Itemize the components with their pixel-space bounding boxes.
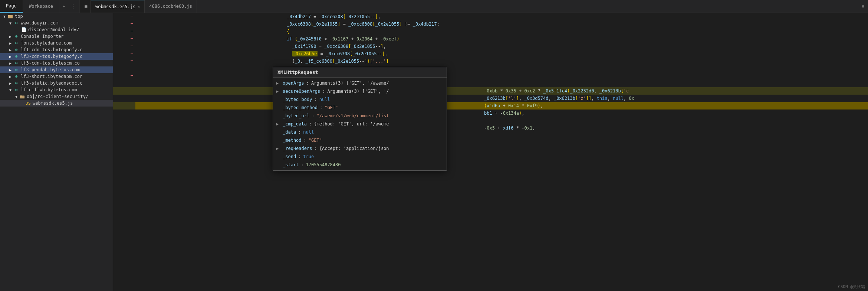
prop-value: null <box>319 96 444 103</box>
chevron-down-icon: ▼ <box>7 21 13 25</box>
tab-workspace[interactable]: Workspace <box>23 0 59 13</box>
sidebar-item-lf3-short[interactable]: ▶ ⊙ lf3-short.ibytedapm.cor <box>0 73 113 80</box>
line-sign <box>128 102 135 109</box>
tab-more-button[interactable]: » <box>59 0 68 13</box>
sidebar-item-console-importer-label: Console Importer <box>21 34 64 39</box>
panel-collapse-icon[interactable]: ⊟ <box>80 0 91 13</box>
prop-key: _byted_method <box>283 104 318 111</box>
sidebar-item-www-douyin-label: www.douyin.com <box>21 20 58 26</box>
sidebar-item-obj-rc-label: obj/rc-client-security/ <box>27 94 88 99</box>
prop-value: "/aweme/v1/web/comment/list <box>316 112 444 119</box>
chevron-right-icon: ▶ <box>7 68 13 72</box>
sidebar-item-lf3-static-label: lf3-static.bytednsdoc.c <box>21 81 82 86</box>
line-content: -0x5 + xdf6 * -0x1, <box>135 124 868 132</box>
globe-icon: ⊙ <box>13 34 19 39</box>
line-number <box>113 95 128 102</box>
sidebar-item-fonts-bytedance[interactable]: ▶ ⊙ fonts.bytedance.com <box>0 40 113 46</box>
tooltip-overlay: XMLHttpRequest ▶ openArgs : Arguments(3)… <box>273 67 447 171</box>
chevron-right-icon: ▶ <box>7 75 13 79</box>
sidebar-item-lf3-short-label: lf3-short.ibytedapm.cor <box>21 74 82 79</box>
prop-value: "GET" <box>309 137 444 144</box>
sidebar-item-www-douyin[interactable]: ▼ ⊙ www.douyin.com <box>0 20 113 26</box>
line-sign: − <box>128 72 135 80</box>
globe-icon: ⊙ <box>13 87 19 92</box>
tooltip-prop-secureopenargs[interactable]: ▶ secureOpenArgs : Arguments(3) ['GET', … <box>273 87 447 95</box>
prop-key: _byted_url <box>283 112 309 119</box>
tooltip-prop-cmp-data[interactable]: ▶ _cmp_data : {method: 'GET', url: '/awe… <box>273 120 447 128</box>
globe-icon: ⊙ <box>13 20 19 26</box>
sidebar-item-lf3-cdn-tos[interactable]: ▶ ⊙ lf3-cdn-tos.bytegoofy.c <box>0 53 113 60</box>
line-content: { <box>135 28 868 35</box>
sidebar-item-lf1-cdn-tos[interactable]: ▶ ⊙ lf1-cdn-tos.bytegoofy.c <box>0 46 113 53</box>
close-icon[interactable]: ✕ <box>138 5 140 9</box>
file-tab-webmssdk[interactable]: webmssdk.es5.js ✕ <box>91 0 145 13</box>
expand-icon[interactable]: ▶ <box>276 121 281 127</box>
tab-kebab-button[interactable]: ⋮ <box>68 0 78 13</box>
sidebar-item-obj-rc[interactable]: ▼ obj/rc-client-security/ <box>0 93 113 100</box>
tooltip-body[interactable]: ▶ openArgs : Arguments(3) ['GET', '/awem… <box>273 78 447 170</box>
tab-page[interactable]: Page <box>0 0 23 13</box>
prop-key: openArgs <box>283 80 304 86</box>
line-sign <box>128 95 135 102</box>
code-line <box>113 65 868 72</box>
line-sign: − <box>128 58 135 65</box>
panel-toggle-button[interactable]: ⊟ <box>858 4 868 9</box>
code-line: − _0x1f1790 = _0xcc6308[_0x2e1055--], <box>113 43 868 50</box>
folder-open-icon <box>7 14 13 19</box>
globe-icon: ⊙ <box>13 67 19 72</box>
file-tab-4886[interactable]: 4886.ccdb4e00.js <box>145 0 197 13</box>
tooltip-title: XMLHttpRequest <box>273 67 447 78</box>
sidebar-item-discover[interactable]: ▶ 📄 discover?modal_id=7 <box>0 26 113 33</box>
line-sign: − <box>128 50 135 58</box>
prop-colon: : <box>314 145 317 152</box>
expand-icon[interactable]: ▶ <box>276 145 281 152</box>
line-sign: − <box>128 13 135 20</box>
code-line: − (_0. _f5_cc6300[_0x2e1055--])['...'] <box>113 58 868 65</box>
tab-page-label: Page <box>6 3 17 9</box>
code-line: − els <box>113 72 868 80</box>
sidebar-item-lf3-cdn-tos-cm[interactable]: ▶ ⊙ lf3-cdn-tos.bytescm.co <box>0 60 113 66</box>
line-sign: − <box>128 20 135 28</box>
tooltip-prop-data: ▶ _data : null <box>273 128 447 136</box>
prop-colon: : <box>304 137 306 144</box>
line-sign <box>128 80 135 87</box>
prop-value: {method: 'GET', url: '/aweme <box>314 121 444 127</box>
tooltip-prop-openargs[interactable]: ▶ openArgs : Arguments(3) ['GET', '/awem… <box>273 79 447 87</box>
sidebar-item-top[interactable]: ▼ top <box>0 13 113 20</box>
tooltip-prop-reqheaders[interactable]: ▶ _reqHeaders : {Accept: 'application/js… <box>273 144 447 153</box>
editor-area: − _0x4db217 = _0xcc6308[_0x2e1055--], − … <box>113 13 868 291</box>
prop-key: _send <box>283 153 296 160</box>
line-sign <box>128 109 135 117</box>
tooltip-prop-byted-method: ▶ _byted_method : "GET" <box>273 104 447 112</box>
code-line: − { <box>113 28 868 35</box>
code-line: − _0xcc6308[_0x2e1055] = _0xcc6308[_0x2e… <box>113 20 868 28</box>
sidebar-item-lf3-static[interactable]: ▶ ⊙ lf3-static.bytednsdoc.c <box>0 80 113 86</box>
prop-value: {Accept: 'application/json <box>319 145 444 152</box>
line-number <box>113 65 128 72</box>
tooltip-prop-start: ▶ _start : 1705554878480 <box>273 161 447 169</box>
line-number <box>113 109 128 117</box>
prop-value: null <box>303 129 444 135</box>
chevron-down-icon: ▼ <box>13 95 19 99</box>
line-content <box>135 65 868 72</box>
sidebar-item-console-importer[interactable]: ▶ ⊙ Console Importer <box>0 33 113 40</box>
sidebar-item-lf3-pendah[interactable]: ▶ ⊙ lf3-pendah.bytetos.com <box>0 66 113 73</box>
chevron-down-icon: ▼ <box>7 88 13 92</box>
line-sign: − <box>128 35 135 43</box>
expand-icon[interactable]: ▶ <box>276 80 281 86</box>
expand-icon[interactable]: ▶ <box>276 88 281 95</box>
chevron-right-icon: ▶ <box>7 41 13 45</box>
tooltip-prop-byted-body: ▶ _byted_body : null <box>273 95 447 104</box>
code-container[interactable]: − _0x4db217 = _0xcc6308[_0x2e1055--], − … <box>113 13 868 291</box>
line-content: _0x6213b['l'], _0x3d574d, _0x6213b['z']]… <box>135 95 868 102</box>
code-line: bb1 + -0x134a), <box>113 109 868 117</box>
line-number <box>113 87 128 95</box>
sidebar-item-webmssdk[interactable]: ▶ JS webmssdk.es5.js <box>0 100 113 107</box>
file-tab-webmssdk-label: webmssdk.es5.js <box>95 4 135 9</box>
line-content: _0xcc6308[_0x2e1055] = _0xcc6308[_0x2e10… <box>135 20 868 28</box>
globe-icon: ⊙ <box>13 40 19 46</box>
line-content <box>135 80 868 87</box>
prop-key: _byted_body <box>283 96 312 103</box>
sidebar: ▼ top ▼ ⊙ www.douyin.com ▶ 📄 discover?mo… <box>0 13 113 291</box>
sidebar-item-lf-c-flwb[interactable]: ▼ ⊙ lf-c-flwb.bytetos.com <box>0 86 113 93</box>
